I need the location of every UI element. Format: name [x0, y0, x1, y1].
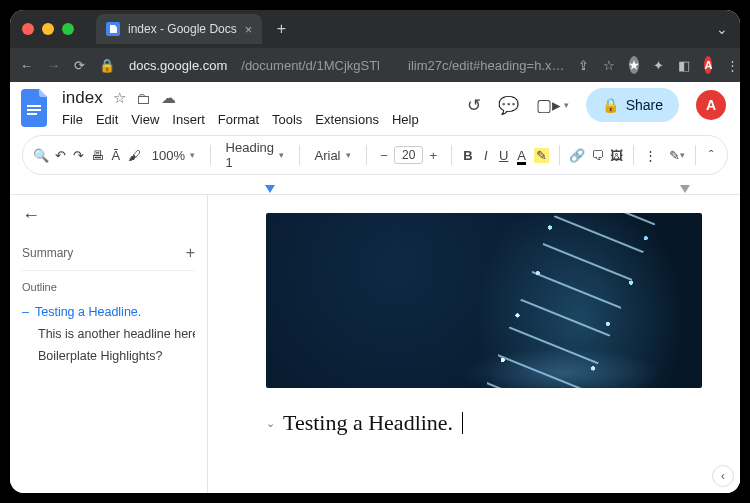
move-folder-icon[interactable]: 🗀 — [136, 90, 151, 107]
docs-favicon-icon — [106, 22, 120, 36]
docs-header: index ☆ 🗀 ☁ File Edit View Insert Format… — [10, 82, 740, 131]
font-size-decrease[interactable]: − — [376, 148, 392, 163]
toolbar-overflow-icon[interactable]: ⋮ — [644, 143, 657, 167]
outline-item-1[interactable]: This is another headline here f… — [22, 323, 195, 345]
document-title[interactable]: index — [62, 88, 103, 108]
heading-collapse-icon[interactable]: ⌄ — [266, 417, 275, 430]
italic-button[interactable]: I — [480, 143, 492, 167]
nav-back-icon[interactable]: ← — [20, 58, 33, 73]
document-canvas[interactable]: ⌄ Testing a Headline. ‹ — [208, 195, 740, 493]
side-panel-icon[interactable]: ◧ — [678, 58, 690, 73]
editor-body: ← Summary + Outline –Testing a Headline.… — [10, 195, 740, 493]
text-color-button[interactable]: A — [516, 143, 528, 167]
highlight-color-button[interactable]: ✎ — [534, 143, 549, 167]
insert-link-icon[interactable]: 🔗 — [569, 143, 585, 167]
extension-b-icon[interactable]: A — [704, 56, 712, 74]
font-family-dropdown[interactable]: Arial▾ — [310, 148, 356, 163]
star-icon[interactable]: ☆ — [113, 89, 126, 107]
browser-tab[interactable]: index - Google Docs × — [96, 14, 262, 44]
tab-title: index - Google Docs — [128, 22, 237, 36]
document-page[interactable]: ⌄ Testing a Headline. — [248, 195, 720, 436]
nav-forward-icon[interactable]: → — [47, 58, 60, 73]
font-size-control: − 20 + — [376, 146, 441, 164]
close-outline-icon[interactable]: ← — [22, 205, 40, 226]
window-zoom-icon[interactable] — [62, 23, 74, 35]
share-button[interactable]: 🔒 Share — [586, 88, 679, 122]
menu-view[interactable]: View — [131, 110, 159, 129]
menu-insert[interactable]: Insert — [172, 110, 205, 129]
lock-icon: 🔒 — [602, 97, 619, 113]
url-path[interactable]: /document/d/1MCjkgSTl — [241, 58, 380, 73]
left-indent-marker-icon[interactable] — [265, 185, 275, 193]
bookmark-star-icon[interactable]: ☆ — [603, 58, 615, 73]
tab-close-icon[interactable]: × — [245, 22, 253, 37]
extension-a-icon[interactable]: ★ — [629, 56, 639, 74]
hide-menus-icon[interactable]: ˆ — [705, 143, 717, 167]
underline-button[interactable]: U — [498, 143, 510, 167]
google-docs-app: index ☆ 🗀 ☁ File Edit View Insert Format… — [10, 82, 740, 493]
editing-mode-button[interactable]: ✎ ▾ — [669, 144, 685, 166]
install-app-icon[interactable]: ⇪ — [578, 58, 589, 73]
print-icon[interactable]: 🖶 — [91, 143, 104, 167]
summary-label: Summary — [22, 246, 73, 260]
svg-rect-1 — [27, 109, 41, 111]
browser-toolbar: ← → ⟳ 🔒 docs.google.com/document/d/1MCjk… — [10, 48, 740, 82]
heading-block[interactable]: ⌄ Testing a Headline. — [266, 410, 720, 436]
tabs-overflow-icon[interactable]: ⌄ — [716, 21, 728, 37]
browser-menu-icon[interactable]: ⋮ — [726, 58, 740, 73]
window-minimize-icon[interactable] — [42, 23, 54, 35]
zoom-dropdown[interactable]: 100%▾ — [147, 148, 200, 163]
undo-icon[interactable]: ↶ — [55, 143, 67, 167]
outline-item-2[interactable]: Boilerplate Highlights? — [22, 345, 195, 367]
add-summary-icon[interactable]: + — [186, 244, 195, 262]
svg-rect-0 — [27, 105, 41, 107]
account-avatar[interactable]: A — [696, 90, 726, 120]
menu-format[interactable]: Format — [218, 110, 259, 129]
history-icon[interactable]: ↺ — [467, 95, 481, 116]
nav-reload-icon[interactable]: ⟳ — [74, 58, 85, 73]
font-size-increase[interactable]: + — [425, 148, 441, 163]
comments-icon[interactable]: 💬 — [498, 95, 519, 116]
heading-text[interactable]: Testing a Headline. — [283, 410, 453, 436]
outline-section-label: Outline — [22, 281, 195, 293]
menu-help[interactable]: Help — [392, 110, 419, 129]
redo-icon[interactable]: ↷ — [73, 143, 85, 167]
outline-panel: ← Summary + Outline –Testing a Headline.… — [10, 195, 208, 493]
menu-edit[interactable]: Edit — [96, 110, 118, 129]
right-margin-marker-icon[interactable] — [680, 185, 690, 193]
outline-item-0[interactable]: –Testing a Headline. — [22, 301, 195, 323]
paragraph-style-dropdown[interactable]: Heading 1▾ — [221, 140, 289, 170]
docs-logo-icon[interactable] — [20, 88, 52, 128]
url-tail: ilim27c/edit#heading=h.x… — [408, 58, 564, 73]
text-caret — [462, 412, 463, 434]
font-size-input[interactable]: 20 — [394, 146, 423, 164]
meet-button[interactable]: ▢▸▾ — [536, 95, 569, 116]
insert-comment-icon[interactable]: 🗨 — [591, 143, 604, 167]
url-host[interactable]: docs.google.com — [129, 58, 227, 73]
horizontal-ruler[interactable] — [10, 181, 740, 195]
share-label: Share — [626, 97, 663, 113]
insert-image-icon[interactable]: 🖼 — [610, 143, 623, 167]
formatting-toolbar: 🔍 ↶ ↷ 🖶 Ā 🖌 100%▾ Heading 1▾ Arial▾ − 20… — [22, 135, 728, 175]
extensions-puzzle-icon[interactable]: ✦ — [653, 58, 664, 73]
menu-tools[interactable]: Tools — [272, 110, 302, 129]
outline-divider — [22, 270, 195, 271]
hero-image[interactable] — [266, 213, 702, 388]
menu-extensions[interactable]: Extensions — [315, 110, 379, 129]
paint-format-icon[interactable]: 🖌 — [128, 143, 141, 167]
new-tab-button[interactable]: + — [270, 18, 292, 40]
window-close-icon[interactable] — [22, 23, 34, 35]
spellcheck-icon[interactable]: Ā — [110, 143, 122, 167]
menu-bar: File Edit View Insert Format Tools Exten… — [62, 110, 419, 129]
explore-fab-icon[interactable]: ‹ — [712, 465, 734, 487]
browser-titlebar: index - Google Docs × + ⌄ — [10, 10, 740, 48]
site-lock-icon[interactable]: 🔒 — [99, 58, 115, 73]
menu-file[interactable]: File — [62, 110, 83, 129]
browser-window: index - Google Docs × + ⌄ ← → ⟳ 🔒 docs.g… — [10, 10, 740, 493]
search-icon[interactable]: 🔍 — [33, 143, 49, 167]
cloud-status-icon[interactable]: ☁ — [161, 89, 176, 107]
bold-button[interactable]: B — [462, 143, 474, 167]
svg-rect-2 — [27, 113, 37, 115]
